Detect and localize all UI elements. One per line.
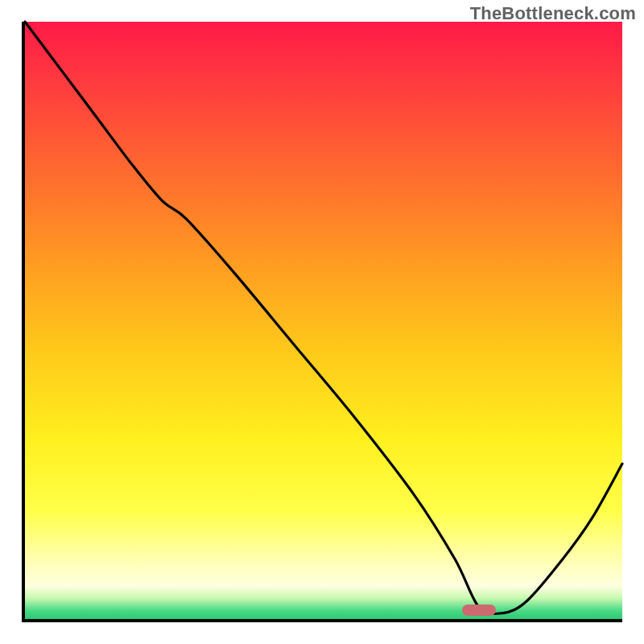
axes-frame: [22, 22, 622, 622]
chart-container: TheBottleneck.com: [0, 0, 644, 644]
optimal-marker: [462, 605, 496, 616]
